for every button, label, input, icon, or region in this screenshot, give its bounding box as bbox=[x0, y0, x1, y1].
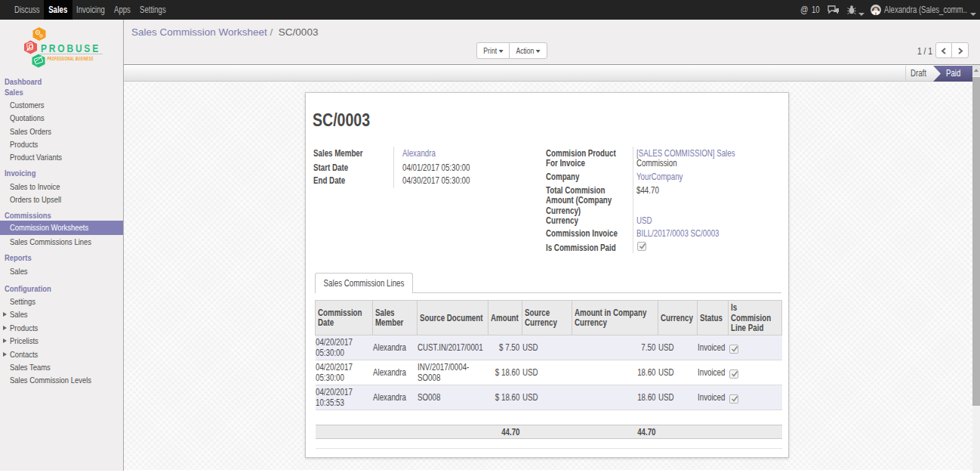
svg-text:PROBUSE: PROBUSE bbox=[41, 42, 100, 54]
svg-text:PROFESSIONAL BUSINESS: PROFESSIONAL BUSINESS bbox=[48, 56, 94, 61]
